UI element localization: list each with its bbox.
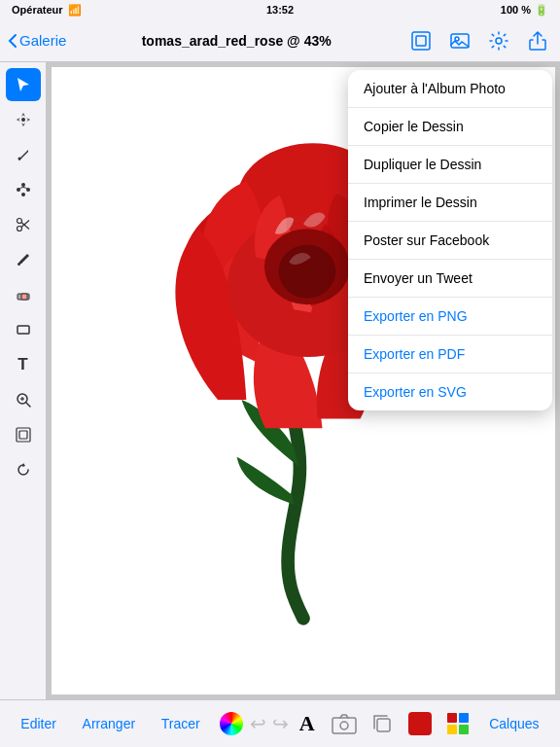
font-button[interactable]: A bbox=[294, 710, 321, 737]
svg-point-11 bbox=[17, 219, 21, 224]
dropdown-item-4[interactable]: Poster sur Facebook bbox=[348, 222, 552, 260]
camera-button[interactable] bbox=[331, 710, 358, 737]
svg-point-12 bbox=[17, 227, 21, 231]
svg-rect-17 bbox=[21, 294, 27, 300]
svg-rect-34 bbox=[377, 719, 390, 731]
nav-title: tomas_arad_red_rose @ 43% bbox=[142, 33, 332, 49]
rotate-tool[interactable] bbox=[6, 453, 41, 486]
svg-rect-0 bbox=[412, 32, 430, 50]
svg-point-33 bbox=[340, 722, 348, 729]
redo-button[interactable]: ↪ bbox=[272, 712, 289, 735]
canvas-area[interactable]: Ajouter à l'Album PhotoCopier le DessinD… bbox=[47, 62, 560, 699]
eyedropper-tool[interactable] bbox=[6, 243, 41, 276]
status-time: 13:52 bbox=[266, 4, 294, 16]
svg-rect-24 bbox=[19, 431, 27, 439]
dropdown-item-0[interactable]: Ajouter à l'Album Photo bbox=[348, 70, 552, 108]
tracer-button[interactable]: Tracer bbox=[154, 712, 208, 735]
wifi-icon: 📶 bbox=[68, 4, 82, 17]
transform-tool[interactable] bbox=[6, 103, 41, 136]
svg-rect-1 bbox=[416, 36, 426, 46]
svg-point-31 bbox=[279, 245, 336, 299]
color-swatch-button[interactable] bbox=[406, 710, 434, 737]
eraser-tool[interactable] bbox=[6, 278, 41, 311]
text-tool[interactable]: T bbox=[6, 348, 41, 381]
colors-grid-button[interactable] bbox=[444, 710, 472, 737]
zoom-tool[interactable] bbox=[6, 383, 41, 416]
svg-point-15 bbox=[18, 263, 20, 266]
dropdown-item-7[interactable]: Exporter en PDF bbox=[348, 336, 552, 374]
battery-label: 100 % bbox=[501, 4, 531, 16]
svg-point-4 bbox=[496, 38, 502, 44]
svg-point-5 bbox=[21, 118, 25, 122]
status-left: Opérateur 📶 bbox=[12, 4, 82, 17]
undo-button[interactable]: ↩ bbox=[250, 712, 266, 735]
color-wheel-button[interactable] bbox=[218, 710, 245, 737]
dropdown-item-1[interactable]: Copier le Dessin bbox=[348, 108, 552, 146]
node-tool[interactable] bbox=[6, 173, 41, 206]
scissors-tool[interactable] bbox=[6, 208, 41, 241]
svg-rect-18 bbox=[18, 326, 29, 334]
status-right: 100 % 🔋 bbox=[501, 4, 548, 17]
frame-button[interactable] bbox=[406, 26, 436, 55]
dropdown-item-2[interactable]: Dupliquer le Dessin bbox=[348, 146, 552, 184]
svg-line-20 bbox=[26, 403, 30, 407]
left-toolbar: T bbox=[0, 62, 47, 699]
nav-bar: Galerie tomas_arad_red_rose @ 43% bbox=[0, 19, 560, 62]
battery-icon: 🔋 bbox=[535, 4, 548, 17]
arrange-button[interactable]: Arranger bbox=[75, 712, 143, 735]
dropdown-item-5[interactable]: Envoyer un Tweet bbox=[348, 260, 552, 298]
status-bar: Opérateur 📶 13:52 100 % 🔋 bbox=[0, 0, 560, 19]
carrier-label: Opérateur bbox=[12, 4, 63, 16]
duplicate-button[interactable] bbox=[368, 710, 396, 737]
main-content: T bbox=[0, 62, 560, 699]
pen-tool[interactable] bbox=[6, 138, 41, 171]
back-button[interactable]: Galerie bbox=[8, 32, 66, 49]
image-frame-tool[interactable] bbox=[6, 418, 41, 451]
dropdown-item-3[interactable]: Imprimer le Dessin bbox=[348, 184, 552, 222]
svg-rect-32 bbox=[332, 718, 356, 733]
svg-rect-23 bbox=[17, 428, 30, 442]
font-icon: A bbox=[299, 711, 315, 736]
dropdown-menu: Ajouter à l'Album PhotoCopier le DessinD… bbox=[348, 70, 552, 410]
share-button[interactable] bbox=[523, 26, 552, 55]
dropdown-item-6[interactable]: Exporter en PNG bbox=[348, 298, 552, 336]
select-tool[interactable] bbox=[6, 68, 41, 101]
dropdown-item-8[interactable]: Exporter en SVG bbox=[348, 374, 552, 410]
back-label: Galerie bbox=[19, 32, 66, 49]
nav-actions bbox=[406, 26, 552, 55]
undo-redo-group: ↩ ↪ bbox=[256, 710, 283, 737]
bottom-toolbar: Editer Arranger Tracer ↩ ↪ A Calques bbox=[0, 699, 560, 747]
svg-point-9 bbox=[21, 183, 25, 187]
svg-point-3 bbox=[455, 37, 459, 41]
svg-point-6 bbox=[18, 158, 20, 160]
edit-button[interactable]: Editer bbox=[13, 712, 64, 735]
calques-button[interactable]: Calques bbox=[481, 712, 546, 735]
svg-point-10 bbox=[21, 193, 25, 196]
settings-button[interactable] bbox=[484, 26, 513, 55]
rect-tool[interactable] bbox=[6, 313, 41, 346]
image-button[interactable] bbox=[445, 26, 474, 55]
